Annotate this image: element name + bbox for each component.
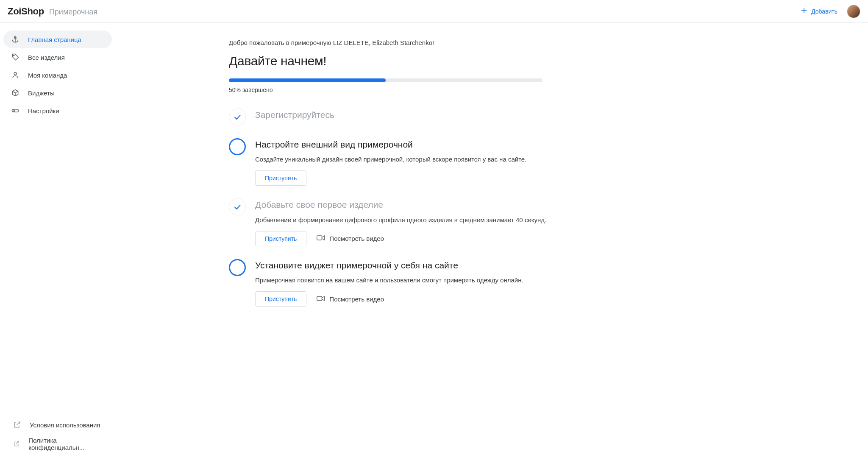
- video-icon: [317, 235, 325, 242]
- plus-icon: [800, 7, 808, 16]
- main-content: Добро пожаловать в примерочную LIZ DELET…: [212, 23, 644, 463]
- brand-logo: ZoiShop: [8, 6, 44, 17]
- add-button[interactable]: Добавить: [797, 4, 841, 18]
- onboarding-steps: Зарегистрируйтесь Настройте внешний вид …: [229, 109, 627, 307]
- step-title: Настройте внешний вид примерочной: [255, 138, 627, 151]
- page-title: Давайте начнем!: [229, 54, 627, 68]
- welcome-text: Добро пожаловать в примерочную LIZ DELET…: [229, 39, 627, 46]
- check-icon: [229, 198, 246, 215]
- svg-point-2: [14, 36, 16, 38]
- step-customize: Настройте внешний вид примерочной Создай…: [229, 138, 627, 186]
- sidebar: Главная страница Все изделия Моя команда…: [0, 23, 114, 463]
- toggle-icon: [11, 106, 19, 115]
- svg-point-5: [14, 55, 14, 56]
- sidebar-item-label: Виджеты: [28, 89, 55, 97]
- step-title: Установите виджет примерочной у себя на …: [255, 259, 627, 271]
- avatar[interactable]: [847, 5, 860, 18]
- progress-fill: [229, 78, 386, 82]
- sidebar-nav: Главная страница Все изделия Моя команда…: [3, 31, 112, 417]
- sidebar-item-products[interactable]: Все изделия: [3, 48, 112, 66]
- watch-video-link[interactable]: Посмотреть видео: [317, 235, 384, 242]
- add-button-label: Добавить: [811, 8, 837, 15]
- header-left: ZoiShop Примерочная: [8, 6, 97, 17]
- step-title: Добавьте свое первое изделие: [255, 198, 627, 211]
- watch-video-label: Посмотреть видео: [329, 296, 384, 303]
- start-button[interactable]: Приступить: [255, 231, 306, 246]
- step-description: Добавление и формирование цифрового проф…: [255, 215, 627, 224]
- svg-rect-11: [317, 296, 322, 301]
- check-icon: [229, 109, 246, 126]
- sidebar-item-label: Настройки: [28, 107, 59, 114]
- step-description: Примерочная появится на вашем сайте и по…: [255, 276, 627, 284]
- step-register: Зарегистрируйтесь: [229, 109, 627, 126]
- progress-bar: [229, 78, 542, 82]
- sidebar-item-label: Моя команда: [28, 72, 67, 79]
- sidebar-item-widgets[interactable]: Виджеты: [3, 84, 112, 102]
- watch-video-link[interactable]: Посмотреть видео: [317, 296, 384, 303]
- circle-icon: [229, 259, 246, 276]
- section-title: Примерочная: [49, 8, 97, 17]
- header-right: Добавить: [797, 4, 860, 18]
- step-install-widget: Установите виджет примерочной у себя на …: [229, 259, 627, 307]
- step-add-product: Добавьте свое первое изделие Добавление …: [229, 198, 627, 246]
- start-button[interactable]: Приступить: [255, 170, 306, 186]
- app-header: ZoiShop Примерочная Добавить: [0, 0, 868, 23]
- step-title: Зарегистрируйтесь: [255, 109, 627, 121]
- sidebar-item-home[interactable]: Главная страница: [3, 31, 112, 48]
- sidebar-item-label: Главная страница: [28, 36, 81, 43]
- progress-label: 50% завершено: [229, 86, 627, 93]
- step-description: Создайте уникальный дизайн своей примеро…: [255, 155, 627, 164]
- anchor-icon: [11, 35, 19, 44]
- start-button[interactable]: Приступить: [255, 291, 306, 307]
- footer-link-privacy[interactable]: Политика конфиденциальн...: [5, 433, 110, 455]
- sidebar-footer: Условия использования Политика конфиденц…: [3, 417, 112, 457]
- sidebar-item-settings[interactable]: Настройки: [3, 102, 112, 120]
- footer-link-label: Условия использования: [30, 421, 100, 429]
- video-icon: [317, 296, 325, 303]
- footer-link-label: Политика конфиденциальн...: [28, 437, 103, 451]
- user-icon: [11, 71, 19, 79]
- watch-video-label: Посмотреть видео: [329, 235, 384, 242]
- box-icon: [11, 89, 19, 97]
- external-link-icon: [13, 440, 20, 448]
- footer-link-terms[interactable]: Условия использования: [5, 417, 110, 433]
- svg-point-9: [13, 110, 15, 112]
- svg-rect-10: [317, 236, 322, 240]
- external-link-icon: [13, 421, 21, 429]
- sidebar-item-team[interactable]: Моя команда: [3, 66, 112, 84]
- svg-point-6: [14, 73, 17, 75]
- sidebar-item-label: Все изделия: [28, 54, 65, 61]
- circle-icon: [229, 138, 246, 155]
- tag-icon: [11, 53, 19, 61]
